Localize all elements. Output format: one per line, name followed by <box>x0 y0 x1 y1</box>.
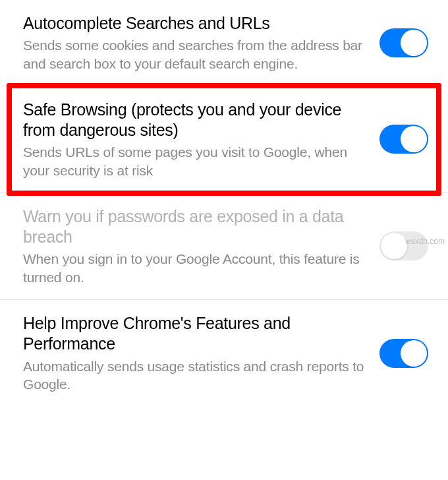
setting-row-password-breach: Warn you if passwords are exposed in a d… <box>0 193 448 300</box>
setting-description: Sends some cookies and searches from the… <box>23 36 366 73</box>
setting-text: Autocomplete Searches and URLs Sends som… <box>23 13 379 73</box>
setting-title: Help Improve Chrome's Features and Perfo… <box>23 313 366 355</box>
toggle-knob <box>401 126 427 152</box>
setting-description: Automatically sends usage statistics and… <box>23 357 366 394</box>
setting-row-improve-chrome: Help Improve Chrome's Features and Perfo… <box>0 300 448 406</box>
settings-list: Autocomplete Searches and URLs Sends som… <box>0 0 448 406</box>
toggle-safe-browsing[interactable] <box>379 125 428 154</box>
toggle-autocomplete[interactable] <box>379 28 428 57</box>
setting-title: Safe Browsing (protects you and your dev… <box>23 100 366 141</box>
toggle-knob <box>401 30 427 56</box>
setting-description: Sends URLs of some pages you visit to Go… <box>23 143 366 179</box>
setting-row-autocomplete: Autocomplete Searches and URLs Sends som… <box>0 0 448 86</box>
setting-title: Autocomplete Searches and URLs <box>23 13 366 34</box>
setting-text: Warn you if passwords are exposed in a d… <box>23 206 379 286</box>
setting-row-safe-browsing: Safe Browsing (protects you and your dev… <box>0 86 448 193</box>
toggle-knob <box>401 340 427 367</box>
toggle-improve-chrome[interactable] <box>379 339 428 368</box>
setting-description: When you sign in to your Google Account,… <box>23 250 366 286</box>
watermark: wsxdn.com <box>405 237 445 246</box>
toggle-knob <box>381 233 407 259</box>
setting-title: Warn you if passwords are exposed in a d… <box>23 206 366 248</box>
setting-text: Help Improve Chrome's Features and Perfo… <box>23 313 379 393</box>
setting-text: Safe Browsing (protects you and your dev… <box>23 100 379 179</box>
